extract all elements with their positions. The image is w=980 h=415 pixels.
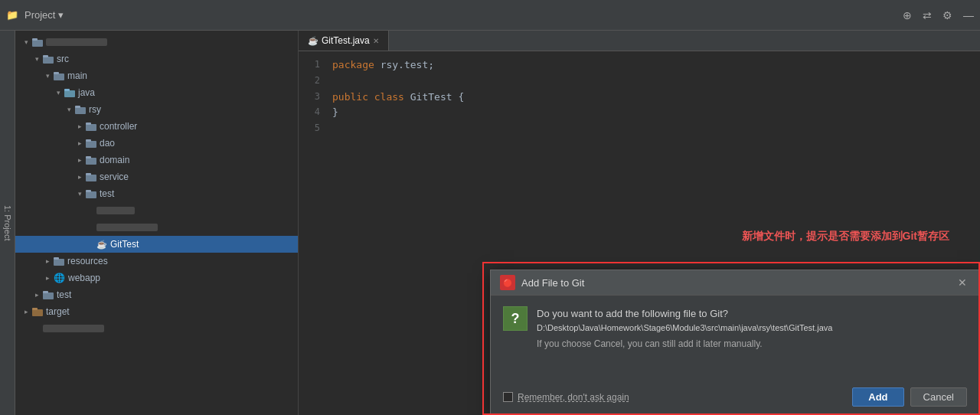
tree-service[interactable]: service [15,168,298,185]
target-label: target [46,306,70,317]
dao-label: dao [100,138,115,149]
code-text-3: public class GitTest { [329,90,980,106]
dao-arrow [75,139,84,148]
code-text-2 [329,74,980,90]
test-pkg-label: test [100,188,114,199]
dialog-message-path: D:\Desktop\Java\Homework\Stage6\Module3\… [537,323,832,332]
dialog-app-icon: 🔴 [500,275,515,290]
tree-resources[interactable]: resources [15,253,298,270]
test-pkg-arrow [75,189,84,198]
tree-test-pkg[interactable]: test [15,185,298,202]
dialog-remember-checkbox[interactable] [503,392,513,402]
svg-rect-18 [86,191,96,198]
add-icon[interactable]: ⊕ [903,9,912,21]
sync-icon[interactable]: ⇄ [923,9,932,21]
dialog-message-row: ? Do you want to add the following file … [503,306,967,332]
tab-label: GitTest.java [322,35,370,46]
dialog-title-text: Add File to Git [521,277,949,289]
webapp-arrow [43,273,52,283]
svg-rect-23 [43,291,48,293]
src-label: src [57,54,69,64]
root-arrow [21,38,31,47]
tree-blurred-1[interactable] [15,202,298,219]
sidebar: 1: Project src [0,31,299,415]
tree-gittest[interactable]: ☕ GitTest [15,236,298,253]
settings-icon[interactable]: ⚙ [942,9,952,21]
gittest-label: GitTest [110,239,139,250]
code-line-2: 2 [299,74,980,90]
kw-class: class [374,91,404,103]
svg-rect-3 [43,55,48,57]
svg-rect-7 [64,89,70,91]
dialog-close-button[interactable]: ✕ [955,276,970,289]
line-num-5: 5 [299,121,329,136]
tree-main[interactable]: main [15,67,298,84]
svg-rect-4 [54,74,64,80]
resources-arrow [43,257,52,266]
svg-rect-12 [86,141,96,148]
target-folder-icon [32,308,43,316]
tree-webapp[interactable]: 🌐 webapp [15,270,298,286]
dialog-question-icon: ? [503,306,528,331]
dialog-cancel-button[interactable]: Cancel [910,387,967,407]
target-blurred-label [43,325,104,332]
dialog-footer: Remember, don't ask again Add Cancel [491,383,979,414]
project-label[interactable]: Project ▾ [24,9,64,21]
svg-rect-1 [32,38,38,41]
tab-close-btn[interactable]: ✕ [373,37,379,45]
controller-arrow [75,122,84,131]
domain-arrow [75,155,84,165]
tab-gittest[interactable]: ☕ GitTest.java ✕ [299,31,389,51]
tree-controller[interactable]: controller [15,118,298,135]
svg-rect-14 [86,158,96,165]
dialog-add-button[interactable]: Add [852,387,903,407]
java-label: java [78,87,95,98]
tree-target-blurred[interactable] [15,320,298,337]
controller-label: controller [100,121,137,132]
main-folder-icon [54,72,64,80]
kw-package: package [332,59,374,70]
dialog-body: ? Do you want to add the following file … [491,296,979,383]
tree-dao[interactable]: dao [15,135,298,152]
svg-rect-6 [64,90,75,97]
dialog-checkbox-row: Remember, don't ask again [503,392,846,403]
editor-area: ☕ GitTest.java ✕ 1 package rsy.test; 2 3 [299,31,980,415]
tree-domain[interactable]: domain [15,152,298,168]
target-arrow [21,307,31,316]
svg-rect-19 [86,190,91,192]
tree-rsy[interactable]: rsy [15,101,298,118]
dialog-message-line1: Do you want to add the following file to… [537,306,832,322]
tree-target[interactable]: target [15,303,298,320]
project-folder-icon: 📁 [6,9,18,21]
service-label: service [100,172,129,182]
tree-test-root[interactable]: test [15,286,298,303]
code-editor[interactable]: 1 package rsy.test; 2 3 public class Git… [299,51,980,143]
root-folder-icon [32,38,43,47]
tree-root[interactable] [15,34,298,51]
svg-rect-2 [43,57,54,64]
main-arrow [43,71,52,80]
minimize-icon[interactable]: — [963,9,974,21]
test-root-folder-icon [43,291,54,299]
tree-java[interactable]: java [15,84,298,101]
resources-folder-icon [54,257,64,266]
webapp-icon: 🌐 [54,273,65,283]
resources-label: resources [67,256,108,266]
code-text-4: } [329,105,980,121]
tree-blurred-2[interactable] [15,219,298,236]
root-blurred-label [46,38,107,46]
code-line-5: 5 [299,121,980,137]
tree-src[interactable]: src [15,51,298,67]
kw-public: public [332,91,368,103]
code-text-5 [329,121,980,137]
test-pkg-folder-icon [86,190,96,198]
svg-rect-10 [86,124,96,131]
src-arrow [32,54,41,64]
blurred2-label [96,224,158,231]
dialog-remember-label: Remember, don't ask again [518,392,629,403]
project-panel-label: 1: Project [0,31,15,415]
class-name: GitTest { [410,91,464,103]
test-root-arrow [32,290,41,299]
service-arrow [75,172,84,181]
dialog-overlay: 🔴 Add File to Git ✕ ? Do you want to add… [482,262,980,415]
